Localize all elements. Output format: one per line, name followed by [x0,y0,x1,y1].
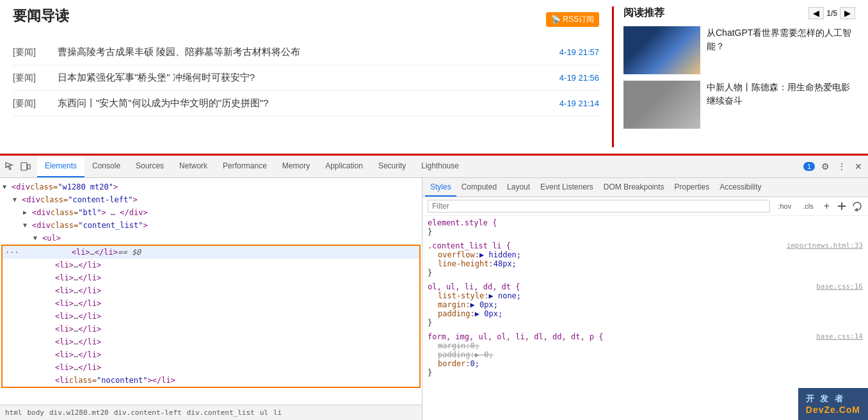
tree-toggle[interactable]: ▼ [33,232,42,245]
style-prop[interactable]: padding: [438,309,475,318]
close-icon[interactable]: ✕ [852,160,865,173]
tree-line[interactable]: ▼<div class="content-left"> [0,193,422,206]
styles-tab-layout[interactable]: Layout [502,178,535,197]
style-value[interactable]: 0; [470,359,479,368]
styles-tab-styles[interactable]: Styles [425,178,456,197]
style-prop[interactable]: margin: [438,341,470,350]
devtools-tab-performance[interactable]: Performance [215,156,275,177]
news-item[interactable]: [要闻] 曹操高陵考古成果丰硕 陵园、陪葬墓等新考古材料将公布 4-19 21:… [13,40,599,65]
inspect-icon[interactable] [3,160,16,173]
style-selector[interactable]: form, img, ul, ol, li, dl, dd, dt, p { [428,332,604,341]
news-title: 日本加紧强化军事"桥头堡" 冲绳何时可获安宁? [58,72,547,84]
devtools: ElementsConsoleSourcesNetworkPerformance… [0,156,868,420]
breadcrumb-item[interactable]: div.content-left [114,408,182,417]
styles-tab-event-listeners[interactable]: Event Listeners [535,178,599,197]
device-icon[interactable] [19,160,32,173]
style-prop[interactable]: overflow: [438,250,479,259]
card-item[interactable]: 中新人物丨陈德森：用生命热爱电影 继续奋斗 [623,81,855,129]
breadcrumb-item[interactable]: ul [260,408,268,417]
style-prop[interactable]: border: [438,359,470,368]
settings-icon[interactable]: ⚙ [819,160,832,173]
add-style-button[interactable]: + [821,200,832,212]
devtools-tab-security[interactable]: Security [371,156,414,177]
svg-rect-1 [28,165,30,169]
style-block: element.style {} [428,218,863,236]
tree-line[interactable]: <li> … </li> [3,310,419,323]
style-value[interactable]: ▶ 0; [475,350,494,359]
breadcrumb-item[interactable]: div.w1280.mt20 [49,408,109,417]
news-tag: [要闻] [13,98,45,109]
style-source[interactable]: base.css:16 [816,282,863,291]
tree-line[interactable]: <li> … </li> [3,284,419,297]
tree-toggle[interactable]: ▶ [23,206,32,219]
filter-input[interactable] [428,200,770,213]
tree-toggle[interactable]: ▼ [13,193,22,206]
html-tree[interactable]: ▼<div class="w1280 mt20">▼<div class="co… [0,178,422,405]
new-style-rule-icon[interactable] [836,200,848,212]
styles-tab-accessibility[interactable]: Accessibility [714,178,766,197]
rss-button[interactable]: 📡 RSS订阅 [546,12,599,27]
styles-tab-dom-breakpoints[interactable]: DOM Breakpoints [599,178,670,197]
tree-line[interactable]: <li class="nocontent"></li> [3,374,419,387]
tree-line[interactable]: <li> … </li> [3,335,419,348]
news-item[interactable]: [要闻] 东西问丨"安大简"何以成为中华文明的"历史拼图"? 4-19 21:1… [13,91,599,117]
style-prop[interactable]: line-height: [438,259,494,268]
devtools-tab-sources[interactable]: Sources [128,156,172,177]
tree-toggle[interactable]: ▼ [3,181,12,193]
tree-line[interactable]: <li> … </li> [3,348,419,361]
style-prop[interactable]: margin: [438,300,470,309]
style-value[interactable]: 0; [470,341,479,350]
prev-btn[interactable]: ◀ [808,7,824,19]
tree-line[interactable]: ▼<div class="content_list"> [0,219,422,232]
devtools-tab-memory[interactable]: Memory [275,156,317,177]
style-close-brace: } [428,368,863,377]
page-top: 要闻导读 📡 RSS订阅 [要闻] 曹操高陵考古成果丰硕 陵园、陪葬墓等新考古材… [0,0,868,156]
hov-button[interactable]: :hov [774,200,795,212]
news-list: [要闻] 曹操高陵考古成果丰硕 陵园、陪葬墓等新考古材料将公布 4-19 21:… [13,40,599,117]
style-selector[interactable]: element.style { [428,218,497,227]
breadcrumb-item[interactable]: div.content_list [187,408,255,417]
tree-toggle[interactable]: ▼ [23,219,32,232]
pagination: 1/5 [826,9,837,18]
cls-button[interactable]: .cls [799,200,817,212]
style-value[interactable]: ▶ 0px; [475,309,502,318]
devtools-tab-application[interactable]: Application [317,156,371,177]
breadcrumb-item[interactable]: li [273,408,282,417]
tree-line[interactable]: <li> … </li> [3,323,419,335]
next-btn[interactable]: ▶ [840,7,855,19]
breadcrumb-item[interactable]: html [5,408,22,417]
style-selector[interactable]: .content_list li { [428,241,511,250]
tree-line[interactable]: ▶<div class="btl"> … </div> [0,206,422,219]
style-prop[interactable]: padding: [438,350,475,359]
devtools-tab-network[interactable]: Network [172,156,215,177]
devtools-tab-console[interactable]: Console [84,156,128,177]
tree-line[interactable]: <li> … </li> [3,259,419,271]
style-selector[interactable]: ol, ul, li, dd, dt { [428,282,520,291]
style-source[interactable]: base.css:14 [816,332,863,341]
tree-line[interactable]: <li> … </li> [3,271,419,284]
style-value[interactable]: ▶ 0px; [470,300,498,309]
breadcrumb-item[interactable]: body [28,408,45,417]
svg-rect-3 [841,202,842,210]
style-source[interactable]: importnews.html:33 [787,241,863,250]
tree-line[interactable]: ▼<ul> [0,232,422,245]
style-prop[interactable]: list-style: [438,291,488,300]
devtools-tab-elements[interactable]: Elements [37,156,84,177]
news-item[interactable]: [要闻] 日本加紧强化军事"桥头堡" 冲绳何时可获安宁? 4-19 21:56 [13,65,599,91]
tree-more-icon[interactable]: ··· [5,246,19,259]
tree-line[interactable]: ···<li> … </li> == $0 [3,246,419,259]
more-icon[interactable]: ⋮ [835,160,848,173]
style-value[interactable]: ▶ hidden; [479,250,521,259]
tree-line[interactable]: ▼<div class="w1280 mt20"> [0,181,422,193]
refresh-icon[interactable] [851,200,863,212]
style-value[interactable]: ▶ none; [488,291,521,300]
styles-tab-computed[interactable]: Computed [456,178,502,197]
tree-line[interactable]: <li> … </li> [3,297,419,310]
style-value[interactable]: 48px; [494,259,517,268]
devtools-tab-lighthouse[interactable]: Lighthouse [414,156,467,177]
page-right: 阅读推荐 ◀ 1/5 ▶ 从ChatGPT看世界需要怎样的人工智能？ 中新人物丨… [612,6,855,147]
styles-tab-properties[interactable]: Properties [670,178,715,197]
card-item[interactable]: 从ChatGPT看世界需要怎样的人工智能？ [623,26,855,74]
tree-line[interactable]: <li> … </li> [3,361,419,374]
toolbar-right: 1 ⚙ ⋮ ✕ [803,160,865,173]
